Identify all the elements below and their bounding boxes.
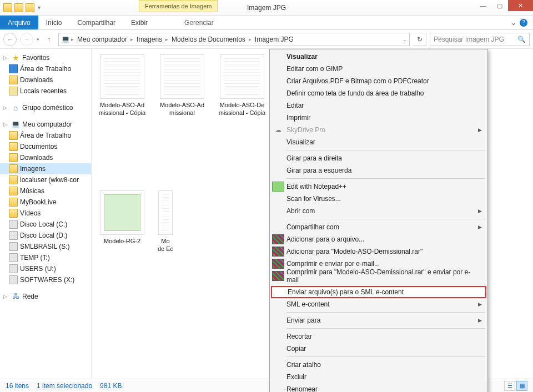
- tree-drive-t[interactable]: TEMP (T:): [0, 252, 91, 263]
- star-icon: ★: [11, 53, 20, 62]
- contextual-tab-label: Ferramentas de Imagem: [139, 0, 218, 12]
- file-label: Mo de Ec: [157, 237, 174, 253]
- tree-pc-desktop[interactable]: Área de Trabalho: [0, 130, 91, 141]
- tab-home[interactable]: Início: [38, 16, 70, 29]
- computer-icon: 💻: [11, 120, 20, 129]
- tree-drive-s[interactable]: SMLBRASIL (S:): [0, 241, 91, 252]
- close-button[interactable]: ✕: [508, 0, 533, 11]
- ctx-rar-add-named[interactable]: Adicionar para "Modelo-ASO-Demissional.r…: [271, 245, 486, 258]
- ctx-copiar[interactable]: Copiar: [271, 343, 486, 355]
- file-item[interactable]: Modelo-RG-2: [97, 190, 147, 253]
- ctx-gimp[interactable]: Editar com o GIMP: [271, 63, 486, 75]
- tree-computer[interactable]: ▷💻Meu computador: [0, 119, 91, 130]
- recent-icon: [9, 87, 18, 96]
- file-item[interactable]: Modelo-ASO-De missional - Cópia: [217, 54, 267, 117]
- ctx-criar-atalho[interactable]: Criar atalho: [271, 359, 486, 371]
- drive-icon: [9, 275, 18, 284]
- ctx-notepadpp[interactable]: Edit with Notepad++: [271, 180, 486, 193]
- crumb-2[interactable]: Modelos de Documentos: [169, 36, 248, 43]
- breadcrumb-root-icon[interactable]: 💻: [61, 35, 70, 44]
- ctx-sml[interactable]: SML e-content▶: [271, 298, 486, 310]
- breadcrumb[interactable]: 💻 ▸ Meu computador ▸ Imagens ▸ Modelos d…: [58, 33, 410, 46]
- view-icons-button[interactable]: ▦: [516, 381, 527, 391]
- tab-view[interactable]: Exibir: [123, 16, 155, 29]
- ctx-imprimir[interactable]: Imprimir: [271, 112, 486, 124]
- breadcrumb-sep-icon[interactable]: ▸: [249, 37, 252, 42]
- ctx-girar-direita[interactable]: Girar para a direita: [271, 152, 486, 164]
- qat-dropdown-icon[interactable]: ▼: [37, 5, 42, 11]
- tree-pc-docs[interactable]: Documentos: [0, 141, 91, 152]
- qat-properties-icon[interactable]: [26, 3, 34, 12]
- tree-desktop[interactable]: Área de Trabalho: [0, 63, 91, 74]
- ribbon-right: ⌄ ?: [505, 16, 533, 29]
- tree-drive-c[interactable]: Disco Local (C:): [0, 219, 91, 230]
- tree-favorites[interactable]: ▷★Favoritos: [0, 52, 91, 63]
- tab-file[interactable]: Arquivo: [0, 16, 38, 29]
- tree-drive-x[interactable]: SOFTWARES (X:): [0, 274, 91, 285]
- file-label: Modelo-ASO-Ad missional - Cópia: [97, 101, 147, 117]
- crumb-3[interactable]: Imagem JPG: [253, 36, 296, 43]
- tree-network[interactable]: ▷🖧Rede: [0, 291, 91, 302]
- help-icon[interactable]: ?: [520, 19, 527, 27]
- file-item[interactable]: Mo de Ec: [157, 190, 174, 253]
- breadcrumb-dropdown-icon[interactable]: ⌄: [403, 37, 407, 42]
- qat-new-folder-icon[interactable]: [14, 3, 23, 12]
- view-details-button[interactable]: ☰: [504, 381, 515, 391]
- crumb-0[interactable]: Meu computador: [75, 36, 129, 43]
- tree-drive-u[interactable]: USERS (U:): [0, 263, 91, 274]
- folder-icon: [9, 209, 18, 218]
- drive-icon: [9, 253, 18, 262]
- tab-share[interactable]: Compartilhar: [69, 16, 123, 29]
- tree-drive-d[interactable]: Disco Local (D:): [0, 230, 91, 241]
- tree-pc-music[interactable]: Músicas: [0, 185, 91, 197]
- navbar: ← → ▾ ↑ 💻 ▸ Meu computador ▸ Imagens ▸ M…: [0, 30, 533, 49]
- desktop-icon: [9, 64, 18, 73]
- ctx-scan[interactable]: Scan for Viruses...: [271, 193, 486, 205]
- crumb-1[interactable]: Imagens: [134, 36, 164, 43]
- file-item[interactable]: Modelo-ASO-Ad missional: [157, 54, 207, 117]
- tree-recent[interactable]: Locais recentes: [0, 86, 91, 97]
- tree-downloads[interactable]: Downloads: [0, 74, 91, 86]
- tree-pc-mybook[interactable]: MyBookLive: [0, 197, 91, 208]
- forward-button[interactable]: →: [20, 33, 33, 46]
- ctx-pdfcreator[interactable]: Criar Arquivos PDF e Bitmap com o PDFCre…: [271, 75, 486, 87]
- ribbon-expand-icon[interactable]: ⌄: [511, 19, 516, 27]
- ctx-rar-mail-named[interactable]: Comprimir para "Modelo-ASO-Demissional.r…: [271, 270, 486, 282]
- ctx-girar-esquerda[interactable]: Girar para a esquerda: [271, 164, 486, 177]
- minimize-button[interactable]: —: [475, 0, 491, 11]
- notepadpp-icon: [272, 182, 284, 192]
- ctx-excluir[interactable]: Excluir: [271, 371, 486, 383]
- ctx-enviar-para[interactable]: Enviar para▶: [271, 314, 486, 326]
- tree-pc-downloads[interactable]: Downloads: [0, 152, 91, 163]
- ribbon-tabs: Arquivo Início Compartilhar Exibir Geren…: [0, 16, 533, 30]
- app-icon: [3, 3, 12, 12]
- ctx-sml-send[interactable]: Enviar arquivo(s) para o SML e-content: [271, 286, 486, 298]
- tree-pc-localuser[interactable]: localuser (wkw8-cor: [0, 174, 91, 185]
- ctx-recortar[interactable]: Recortar: [271, 330, 486, 343]
- up-button[interactable]: ↑: [43, 33, 55, 46]
- file-item[interactable]: Modelo-ASO-Ad missional - Cópia: [97, 54, 147, 117]
- back-button[interactable]: ←: [3, 33, 17, 46]
- maximize-button[interactable]: ▢: [491, 0, 508, 11]
- search-icon[interactable]: 🔍: [517, 36, 526, 43]
- breadcrumb-sep-icon[interactable]: ▸: [165, 37, 168, 42]
- ctx-visualizar[interactable]: Visualizar: [271, 51, 486, 63]
- ctx-skydrive[interactable]: ☁SkyDrive Pro▶: [271, 124, 486, 136]
- refresh-button[interactable]: ↻: [413, 33, 426, 46]
- tree-homegroup[interactable]: ▷⌂Grupo doméstico: [0, 102, 91, 113]
- ctx-wallpaper[interactable]: Definir como tela de fundo da área de tr…: [271, 87, 486, 99]
- ctx-visualizar2[interactable]: Visualizar: [271, 136, 486, 148]
- tree-pc-images[interactable]: Imagens: [0, 163, 91, 174]
- breadcrumb-sep-icon[interactable]: ▸: [71, 37, 74, 42]
- ctx-abrir-com[interactable]: Abrir com▶: [271, 205, 486, 217]
- search-input[interactable]: Pesquisar Imagem JPG 🔍: [430, 33, 530, 46]
- tab-manage[interactable]: Gerenciar: [177, 16, 222, 29]
- breadcrumb-sep-icon[interactable]: ▸: [130, 37, 133, 42]
- history-dropdown-icon[interactable]: ▾: [37, 37, 39, 42]
- ctx-compartilhar[interactable]: Compartilhar com▶: [271, 221, 486, 233]
- drive-icon: [9, 264, 18, 273]
- tree-pc-videos[interactable]: Vídeos: [0, 208, 91, 219]
- ctx-editar[interactable]: Editar: [271, 99, 486, 112]
- ctx-rar-add[interactable]: Adicionar para o arquivo...: [271, 233, 486, 245]
- ctx-renomear[interactable]: Renomear: [271, 383, 486, 392]
